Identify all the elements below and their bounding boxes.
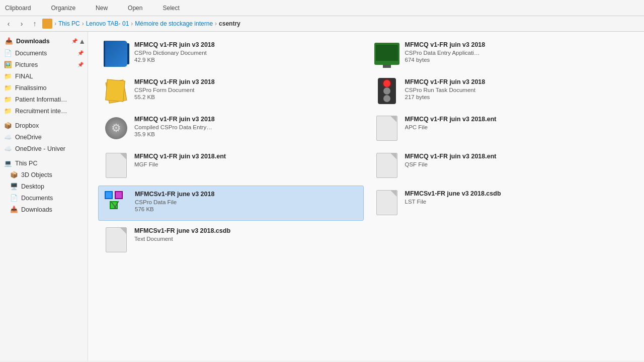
sidebar-item-thispc[interactable]: 💻 This PC [0,157,88,169]
pictures-label: Pictures [15,61,38,68]
final-label: FINAL [15,73,33,80]
forward-button[interactable]: › [16,18,27,29]
pictures-icon: 🖼️ [4,61,12,68]
file-name: MFMCQ v1-FR juin v3 2018 [134,78,359,86]
file-name: MFMCSv1-FR june v3 2018.csdb [134,227,359,235]
traffic-red [383,80,390,87]
sidebar-item-patient[interactable]: 📁 Patient Informati… [0,94,88,105]
breadcrumb-thispc[interactable]: This PC [58,20,80,27]
final-icon: 📁 [4,72,12,80]
generic-icon4 [376,190,397,215]
onedrive-label: OneDrive [15,134,42,141]
file-item[interactable]: MFMCQ v1-FR juin v3 2018 Compiled CSPro … [98,111,364,146]
file-item[interactable]: MFMCQ v1-FR juin v3 2018 CSPro Form Docu… [98,74,364,109]
select-label: Select [163,5,179,12]
file-item[interactable]: MFMCQ v1-FR juin v3 2018 CSPro Dictionar… [98,37,364,72]
file-icon-forms [103,78,129,104]
traffic-green [383,95,390,102]
breadcrumb-current: csentry [219,20,240,27]
sidebar-item-desktop[interactable]: 🖥️ Desktop [0,180,88,192]
file-icon-apc [374,115,400,141]
folder-home-icon [42,19,52,29]
documents2-icon: 📄 [10,194,18,202]
up-button[interactable]: ↑ [29,18,40,29]
dropbox-label: Dropbox [15,122,39,129]
file-info: MFMCQ v1-FR juin v3 2018 Compiled CSPro … [134,115,359,137]
file-item[interactable]: MFMCQ v1-FR juin v3 2018.ent QSF File [369,148,634,184]
file-type: LST File [405,199,629,205]
desktop-icon: 🖥️ [10,183,18,190]
sidebar-item-onedrive[interactable]: ☁️ OneDrive [0,131,88,143]
file-item[interactable]: MFMCSv1-FR june v3 2018.csdb Text Docume… [98,223,364,258]
open-section: Open [128,5,142,12]
traffic-yellow [383,87,390,95]
back-button[interactable]: ‹ [3,18,14,29]
compile-icon [105,117,127,139]
file-name: MFMCQ v1-FR juin v3 2018 [405,78,629,86]
sidebar-item-recruitment[interactable]: 📁 Recruitment inte… [0,105,88,117]
file-item[interactable]: MFMCSv1-FR june v3 2018.csdb LST File [369,186,634,221]
file-type: CSPro Data Entry Applicati… [405,50,629,56]
file-size: 674 bytes [405,57,629,63]
breadcrumb-device[interactable]: Lenovo TAB- 01 [86,20,129,27]
onedrive-univer-icon: ☁️ [4,145,12,152]
file-type: CSPro Form Document [134,87,359,93]
documents-icon: 📄 [4,49,12,57]
file-info: MFMCQ v1-FR juin v3 2018 CSPro Data Entr… [405,41,629,63]
collapse-button[interactable]: ▲ [78,37,86,45]
sidebar-item-documents[interactable]: 📄 Documents [0,192,88,204]
sidebar-item-dropbox[interactable]: 📦 Dropbox [0,120,88,131]
finalissimo-label: Finalissimo [15,84,47,92]
download-icon: 📥 [5,37,13,45]
sidebar-item-final[interactable]: 📁 FINAL [0,70,88,82]
file-item[interactable]: MFMCQ v1-FR juin v3 2018.ent MGF File [98,148,364,184]
content-area: MFMCQ v1-FR juin v3 2018 CSPro Dictionar… [88,32,644,360]
generic-icon5 [106,227,127,252]
file-info: MFMCSv1-FR june v3 2018 CSPro Data File … [135,190,358,212]
thispc-icon: 💻 [4,159,12,167]
forms-icon [104,79,128,103]
documents-pinned-label: Documents [15,50,47,57]
file-item-selected[interactable]: MFMCSv1-FR june v3 2018 CSPro Data File … [98,186,364,221]
file-icon-datafile [104,190,130,216]
file-size: 35.9 KB [134,131,359,137]
3dobjects-label: 3D Objects [21,171,52,178]
clipboard-section: Clipboard [5,5,31,12]
organize-label: Organize [51,5,75,12]
file-size: 55.2 KB [134,94,359,100]
breadcrumb-storage[interactable]: Mémoire de stockage interne [135,20,213,27]
book-icon [105,41,127,67]
file-info: MFMCQ v1-FR juin v3 2018 CSPro Run Task … [405,78,629,100]
sidebar-item-finalissimo[interactable]: 📁 Finalissimo [0,82,88,94]
sidebar-item-downloads[interactable]: 📥 Downloads 📌 [4,36,78,46]
sidebar-item-3dobjects[interactable]: 📦 3D Objects [0,169,88,180]
pin-icon2: 📌 [77,50,84,56]
sidebar-item-onedrive-univer[interactable]: ☁️ OneDrive - Univer [0,143,88,154]
main-layout: 📥 Downloads 📌 ▲ 📄 Documents 📌 🖼️ Picture… [0,32,644,360]
file-info: MFMCQ v1-FR juin v3 2018.ent APC File [405,115,629,131]
file-item[interactable]: MFMCQ v1-FR juin v3 2018.ent APC File [369,111,634,146]
file-type: MGF File [134,161,359,167]
thispc-label: This PC [15,160,37,167]
open-label: Open [128,5,142,12]
file-name: MFMCQ v1-FR juin v3 2018.ent [405,115,629,123]
db-arrows [105,197,129,209]
file-grid: MFMCQ v1-FR juin v3 2018 CSPro Dictionar… [98,37,634,258]
traffic-icon [378,78,396,104]
sidebar-item-downloads-thispc[interactable]: 📥 Downloads [0,204,88,215]
file-item[interactable]: MFMCQ v1-FR juin v3 2018 CSPro Run Task … [369,74,634,109]
file-info: MFMCSv1-FR june v3 2018.csdb Text Docume… [134,227,359,243]
file-type: CSPro Data File [135,199,358,205]
sidebar-item-documents-pinned[interactable]: 📄 Documents 📌 [0,47,88,59]
file-item[interactable]: MFMCQ v1-FR juin v3 2018 CSPro Data Entr… [369,37,634,72]
file-name: MFMCQ v1-FR juin v3 2018 [134,115,359,123]
file-size: 42.9 KB [134,57,359,63]
3dobjects-icon: 📦 [10,171,18,178]
file-icon-qsf [374,152,400,178]
patient-label: Patient Informati… [15,96,67,103]
finalissimo-icon: 📁 [4,84,12,92]
sidebar-item-pictures[interactable]: 🖼️ Pictures 📌 [0,59,88,70]
recruitment-label: Recruitment inte… [15,108,67,115]
breadcrumb-sep3: › [131,20,133,27]
sidebar: 📥 Downloads 📌 ▲ 📄 Documents 📌 🖼️ Picture… [0,32,88,360]
